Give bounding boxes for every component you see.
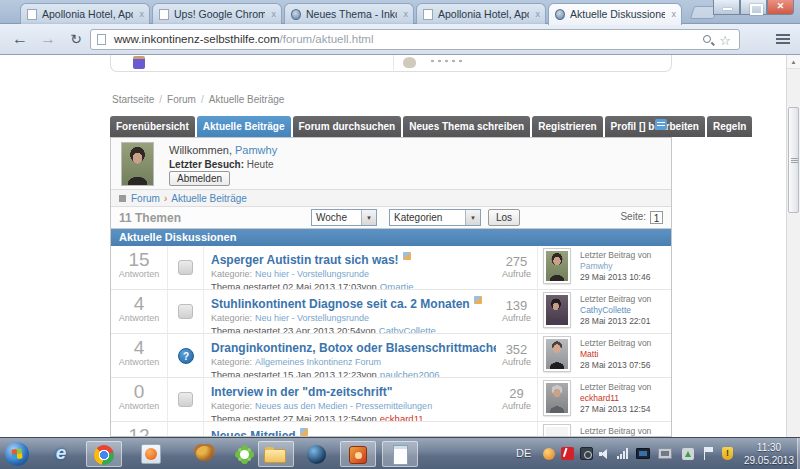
browser-tab-active[interactable]: Aktuelle Diskussionen x (548, 3, 682, 25)
forward-button[interactable]: → (36, 27, 60, 51)
topic-title-link[interactable]: Asperger Autistin traut sich was! (211, 253, 399, 267)
bookmark-star-icon[interactable]: ☆ (719, 31, 731, 50)
category-label: Kategorie: (211, 313, 252, 323)
browser-tab-2[interactable]: Ups! Google Chrome k x (152, 3, 282, 24)
collapse-toggle-icon[interactable] (655, 119, 667, 130)
avatar-matti[interactable] (544, 337, 570, 371)
starter-link[interactable]: Omartje (380, 281, 414, 289)
tab-regeln[interactable]: Regeln (707, 116, 752, 137)
tab-registrieren[interactable]: Registrieren (532, 116, 602, 137)
taskbar-mediaplayer-icon[interactable] (136, 441, 166, 467)
views-count: 275 (496, 254, 537, 269)
taskbar-notepad-icon[interactable] (382, 441, 418, 467)
breadcrumb-home[interactable]: Startseite (112, 94, 154, 105)
maximize-button[interactable] (740, 0, 767, 15)
close-button[interactable] (767, 0, 794, 15)
last-poster-link[interactable]: eckhard11 (580, 393, 619, 403)
category-link[interactable]: Neu hier - Vorstellungsrunde (255, 313, 369, 323)
topic-title-link[interactable]: Dranginkontinenz, Botox oder Blasenschri… (211, 341, 496, 355)
tab-close-icon[interactable]: x (140, 4, 145, 24)
taskbar-orange-app-icon[interactable] (340, 441, 376, 467)
category-link[interactable]: Neues aus den Medien - Pressemitteilunge… (255, 401, 432, 411)
last-poster-link[interactable]: Pamwhy (580, 261, 613, 271)
avatar-cathycollette[interactable] (544, 293, 570, 327)
breadcrumb-forum[interactable]: Forum (167, 94, 196, 105)
taskbar-chrome-icon[interactable] (86, 441, 122, 467)
page-number[interactable]: 1 (650, 211, 663, 224)
tray-update-icon[interactable] (682, 448, 694, 460)
tray-warning-shield-icon[interactable] (722, 447, 733, 460)
avatar-eckhard11[interactable] (544, 381, 570, 415)
starter-link[interactable]: eckhard11 (380, 413, 424, 421)
taskbar-ie-icon[interactable]: e (46, 441, 76, 467)
tray-orange-icon[interactable] (543, 448, 555, 460)
topic-title-link[interactable]: Stuhlinkontinent Diagnose seit ca. 2 Mon… (211, 297, 470, 311)
greeting-label: Willkommen, (169, 144, 232, 156)
avatar-pamwhy[interactable] (544, 249, 570, 283)
tray-action-center-flag-icon[interactable] (704, 447, 714, 460)
chevron-down-icon[interactable]: ▼ (361, 210, 376, 225)
starter-link[interactable]: paulchen2006 (380, 369, 440, 377)
minimize-button[interactable] (713, 0, 740, 15)
page-icon (97, 34, 106, 45)
go-button[interactable]: Los (488, 209, 520, 226)
last-poster-link[interactable]: Matti (580, 349, 598, 359)
replies-label: Antworten (111, 357, 167, 367)
tab-forum-durchsuchen[interactable]: Forum durchsuchen (293, 116, 402, 137)
taskbar-explorer-icon[interactable] (258, 441, 294, 467)
taskbar-icq-icon[interactable] (230, 441, 260, 467)
starter-link[interactable]: CathyCollette (379, 325, 436, 333)
back-button[interactable]: ← (8, 27, 32, 51)
tray-display-icon[interactable] (636, 448, 650, 459)
new-post-icon (474, 296, 482, 304)
tab-close-icon[interactable]: x (404, 4, 409, 24)
tray-network-icon[interactable] (617, 448, 630, 459)
vertical-scrollbar[interactable] (786, 55, 800, 437)
start-button[interactable] (5, 442, 29, 466)
taskbar-paw-app-icon[interactable] (190, 441, 220, 467)
started-text: Thema gestartet 23 Apr 2013 20:54von (211, 325, 376, 333)
address-bar[interactable]: www.inkontinenz-selbsthilfe.com/forum/ak… (90, 29, 740, 50)
tab-forenuebersicht[interactable]: Forenübersicht (110, 116, 195, 137)
topic-title-link[interactable]: Neues Mitglied (211, 429, 296, 437)
username-link[interactable]: Pamwhy (235, 144, 277, 156)
replies-count: 12 (111, 425, 167, 437)
tab-close-icon[interactable]: x (536, 4, 541, 24)
topic-title-link[interactable]: Interview in der "dm-zeitschrift" (211, 385, 392, 399)
tray-monitor-icon[interactable] (658, 448, 672, 459)
last-poster-link[interactable]: CathyCollette (580, 305, 631, 315)
browser-tab-4[interactable]: Apollonia Hotel, Apoll x (416, 3, 546, 24)
topic-row: 4Antworten Stuhlinkontinent Diagnose sei… (111, 290, 671, 334)
welcome-panel: Willkommen,Pamwhy Letzter Besuch: Heute … (111, 138, 671, 190)
browser-tab-3[interactable]: Neues Thema - Inkont x (284, 3, 414, 24)
tab-close-icon[interactable]: x (272, 4, 277, 24)
category-link[interactable]: Neu hier - Vorstellungsrunde (255, 269, 369, 279)
reload-button[interactable]: ↻ (64, 27, 88, 51)
tab-close-icon[interactable]: x (672, 4, 677, 24)
taskbar-sphere-app-icon[interactable] (302, 441, 332, 467)
avatar-rudolf[interactable] (544, 425, 570, 437)
forum-favicon (291, 9, 301, 20)
tray-volume-icon[interactable] (599, 448, 613, 460)
tab-aktuelle-beitraege[interactable]: Aktuelle Beiträge (197, 116, 291, 137)
user-avatar[interactable] (121, 142, 154, 186)
period-select[interactable]: Woche ▼ (311, 209, 377, 226)
scrollbar-thumb[interactable] (788, 107, 799, 213)
taskbar-clock[interactable]: 11:3029.05.2013 (744, 441, 794, 467)
crumb-forum-link[interactable]: Forum (131, 193, 160, 204)
crumb-current-link[interactable]: Aktuelle Beiträge (171, 193, 247, 204)
browser-tab-1[interactable]: Apollonia Hotel, Apoll x (20, 3, 150, 24)
replies-label: Antworten (111, 401, 167, 411)
language-indicator[interactable]: DE (516, 447, 531, 459)
chevron-down-icon[interactable]: ▼ (465, 210, 480, 225)
category-link[interactable]: Allgemeines Inkontinenz Forum (255, 357, 381, 367)
zoom-search-icon[interactable] (703, 35, 711, 43)
tray-scheduler-icon[interactable] (580, 447, 593, 460)
chrome-menu-icon[interactable] (775, 33, 791, 46)
tray-antivirus-icon[interactable] (561, 447, 574, 460)
tab-neues-thema[interactable]: Neues Thema schreiben (403, 116, 530, 137)
page-viewport: Startseite/Forum/Aktuelle Beiträge Foren… (0, 55, 800, 437)
category-select[interactable]: Kategorien ▼ (389, 209, 481, 226)
logout-button[interactable]: Abmelden (169, 171, 230, 186)
scroll-up-arrow-icon[interactable] (787, 55, 800, 69)
